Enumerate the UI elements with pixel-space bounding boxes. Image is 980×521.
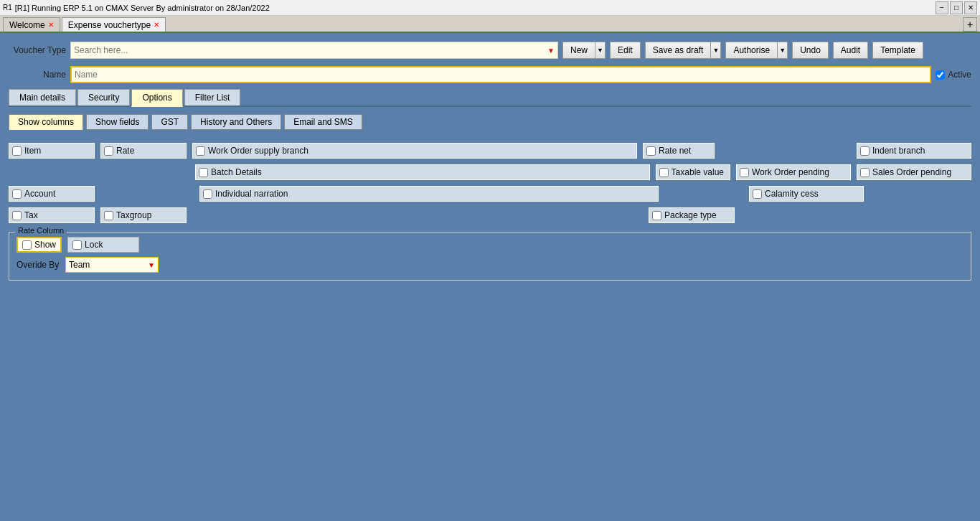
close-button[interactable]: ✕ [964,1,977,14]
tab-welcome-label: Welcome [9,20,45,30]
sales-order-pending-label: Sales Order pending [872,167,951,177]
template-button[interactable]: Template [872,42,923,59]
tax-checkbox[interactable] [12,211,22,220]
tab-welcome[interactable]: Welcome ✕ [3,17,60,32]
override-by-value: Team [69,260,148,270]
calamity-cess-checkbox[interactable] [753,189,762,199]
package-type-checkbox-box: Package type [649,207,735,223]
work-order-supply-checkbox-box: Work Order supply branch [192,143,637,159]
lock-label: Lock [85,240,103,250]
new-button[interactable]: New [562,42,595,59]
active-checkbox[interactable] [936,70,945,80]
taxable-value-label: Taxable value [672,167,724,177]
subtab-show-fields[interactable]: Show fields [86,114,149,130]
account-checkbox[interactable] [12,189,22,199]
sub-tabs: Show columns Show fields GST History and… [9,114,971,130]
taxgroup-checkbox[interactable] [104,211,113,220]
rate-net-checkbox[interactable] [646,146,656,156]
calamity-cess-checkbox-box: Calamity cess [749,186,864,202]
new-btn-group: New ▼ [562,42,606,59]
indent-branch-label: Indent branch [872,146,925,156]
checkbox-row-4: Tax Taxgroup Package type [9,207,971,223]
tab-expense-close[interactable]: ✕ [154,21,159,29]
sales-order-pending-checkbox-box: Sales Order pending [857,164,971,180]
main-content: Voucher Type ▼ New ▼ Edit Save as draft … [0,33,980,292]
individual-narration-label: Individual narration [215,189,288,199]
nav-tabs: Main details Security Options Filter Lis… [9,89,971,107]
authorise-dropdown-arrow[interactable]: ▼ [778,42,788,59]
rate-label: Rate [116,146,134,156]
authorise-button[interactable]: Authorise [725,42,778,59]
item-label: Item [24,146,41,156]
item-checkbox[interactable] [12,146,22,156]
checkboxes-grid: Item Rate Work Order supply branch Rate … [9,143,971,281]
batch-label: Batch Details [211,167,262,177]
indent-branch-checkbox-box: Indent branch [857,143,971,159]
undo-button[interactable]: Undo [792,42,829,59]
indent-branch-checkbox[interactable] [860,146,870,156]
tax-label: Tax [24,210,38,220]
subtab-show-columns[interactable]: Show columns [9,114,83,130]
voucher-type-search-input[interactable] [74,45,547,55]
work-order-supply-checkbox[interactable] [196,146,205,156]
rate-column-group: Rate Column Show Lock Overide By [9,232,971,281]
rate-checkbox[interactable] [104,146,113,156]
batch-checkbox-box: Batch Details [195,164,650,180]
override-by-select[interactable]: Team ▼ [65,257,159,273]
tab-main-details[interactable]: Main details [9,89,76,105]
tab-filter-list[interactable]: Filter List [184,89,241,105]
work-order-pending-checkbox[interactable] [740,168,749,177]
voucher-type-dropdown-arrow[interactable]: ▼ [547,47,555,55]
taxgroup-checkbox-box: Taxgroup [100,207,187,223]
subtab-gst[interactable]: GST [151,114,188,130]
tab-welcome-close[interactable]: ✕ [48,21,54,29]
title-bar: R1 [R1] Running ERP 5.1 on CMAX Server B… [0,0,980,16]
tab-security[interactable]: Security [77,89,130,105]
audit-button[interactable]: Audit [833,42,868,59]
override-row: Overide By Team ▼ [17,257,963,273]
lock-checkbox-box: Lock [67,237,139,253]
package-type-checkbox[interactable] [652,211,661,220]
maximize-button[interactable]: □ [950,1,963,14]
batch-checkbox[interactable] [199,168,208,177]
checkbox-row-1: Item Rate Work Order supply branch Rate … [9,143,971,159]
tab-expense-label: Expense vouchertype [68,20,151,30]
override-by-label: Overide By [17,260,60,270]
account-label: Account [24,189,55,199]
rate-column-inner: Show Lock Overide By Team ▼ [17,237,963,273]
individual-narration-checkbox[interactable] [203,189,212,199]
new-dropdown-arrow[interactable]: ▼ [595,42,606,59]
tab-expense-vouchertype[interactable]: Expense vouchertype ✕ [62,17,166,32]
title-bar-title: [R1] Running ERP 5.1 on CMAX Server By a… [15,4,270,12]
tab-add-button[interactable]: + [963,17,977,32]
lock-checkbox[interactable] [72,240,82,250]
save-draft-dropdown-arrow[interactable]: ▼ [711,42,721,59]
subtab-email-sms[interactable]: Email and SMS [284,114,362,130]
minimize-button[interactable]: − [936,1,948,14]
taxable-value-checkbox-box: Taxable value [656,164,730,180]
tab-options[interactable]: Options [131,89,182,107]
name-input[interactable] [70,66,931,83]
active-checkbox-wrapper: Active [936,70,971,80]
sales-order-pending-checkbox[interactable] [860,168,870,177]
name-row: Name Active [9,66,971,83]
show-checkbox-box: Show [17,237,62,253]
voucher-type-search-wrapper[interactable]: ▼ [70,42,558,59]
individual-narration-checkbox-box: Individual narration [199,186,659,202]
work-order-pending-checkbox-box: Work Order pending [736,164,851,180]
rate-net-checkbox-box: Rate net [643,143,715,159]
item-checkbox-box: Item [9,143,95,159]
work-order-pending-label: Work Order pending [752,167,829,177]
content-area: Item Rate Work Order supply branch Rate … [9,140,971,283]
subtab-history[interactable]: History and Others [191,114,281,130]
save-draft-btn-group: Save as draft ▼ [645,42,722,59]
override-dropdown-arrow[interactable]: ▼ [148,261,155,269]
checkbox-row-3: Account Individual narration Calamity ce… [9,186,971,202]
show-checkbox[interactable] [22,240,32,250]
taxable-value-checkbox[interactable] [659,168,669,177]
voucher-type-label: Voucher Type [9,45,66,55]
account-checkbox-box: Account [9,186,95,202]
save-draft-button[interactable]: Save as draft [645,42,712,59]
edit-button[interactable]: Edit [610,42,641,59]
name-label: Name [9,70,66,80]
